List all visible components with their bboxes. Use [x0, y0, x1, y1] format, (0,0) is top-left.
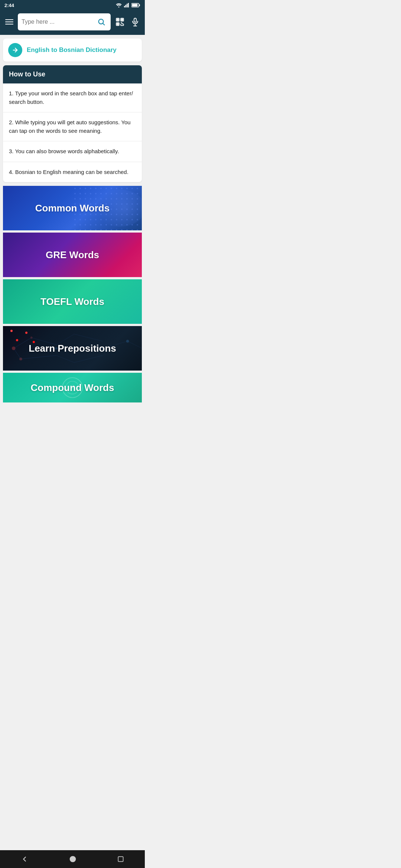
- common-words-label: Common Words: [35, 203, 110, 214]
- microphone-button[interactable]: [129, 16, 141, 28]
- signal-icon: [124, 3, 129, 7]
- svg-rect-13: [121, 19, 123, 20]
- svg-line-29: [14, 348, 21, 359]
- learn-prepositions-label: Learn Prepositions: [29, 343, 116, 354]
- top-bar-actions: [114, 16, 141, 28]
- how-to-use-item-3: 3. You can also browse words alphabetica…: [3, 141, 142, 162]
- svg-rect-6: [132, 4, 138, 7]
- dictionary-title: English to Bosnian Dictionary: [27, 46, 117, 54]
- svg-rect-0: [124, 6, 125, 7]
- time-display: 2:44: [4, 3, 14, 8]
- how-to-use-item-1: 1. Type your word in the search box and …: [3, 83, 142, 112]
- learn-prepositions-banner[interactable]: Learn Prepositions: [3, 326, 142, 371]
- arrow-right-icon: [12, 47, 19, 53]
- search-button[interactable]: [96, 18, 107, 26]
- compound-words-label: Compound Words: [31, 382, 114, 394]
- status-time: 2:44: [4, 3, 14, 8]
- toefl-words-label: TOEFL Words: [40, 296, 104, 308]
- dictionary-header[interactable]: English to Bosnian Dictionary: [3, 39, 142, 62]
- arrow-circle: [8, 43, 22, 57]
- main-content: English to Bosnian Dictionary How to Use…: [0, 35, 145, 406]
- how-to-use-item-4: 4. Bosnian to English meaning can be sea…: [3, 162, 142, 183]
- svg-line-41: [128, 341, 142, 348]
- svg-line-35: [74, 355, 103, 362]
- compound-words-banner[interactable]: Compound Words: [3, 373, 142, 402]
- menu-button[interactable]: [4, 18, 15, 26]
- top-bar: [0, 10, 145, 35]
- how-to-use-body: 1. Type your word in the search box and …: [3, 83, 142, 182]
- svg-line-34: [74, 334, 103, 341]
- how-to-use-card: How to Use 1. Type your word in the sear…: [3, 65, 142, 182]
- search-box: [18, 13, 111, 30]
- search-input[interactable]: [22, 19, 96, 25]
- svg-line-31: [21, 355, 56, 359]
- svg-rect-5: [139, 4, 140, 6]
- svg-line-8: [103, 23, 104, 25]
- status-bar: 2:44: [0, 0, 145, 10]
- microphone-icon: [131, 17, 140, 26]
- wifi-icon: [116, 3, 122, 7]
- toefl-words-banner[interactable]: TOEFL Words: [3, 279, 142, 324]
- svg-rect-1: [125, 5, 127, 7]
- svg-line-33: [56, 355, 74, 362]
- svg-rect-2: [127, 4, 128, 7]
- qr-scan-button[interactable]: [114, 16, 126, 28]
- common-words-banner[interactable]: Common Words: [3, 186, 142, 230]
- svg-rect-14: [117, 23, 118, 24]
- gre-words-label: GRE Words: [46, 249, 99, 261]
- svg-rect-12: [117, 19, 118, 20]
- status-icons: [116, 3, 140, 7]
- how-to-use-header: How to Use: [3, 65, 142, 83]
- how-to-use-item-2: 2. While typing you will get auto sugges…: [3, 112, 142, 141]
- how-to-use-title: How to Use: [9, 70, 136, 78]
- svg-rect-21: [134, 18, 136, 22]
- battery-icon: [131, 3, 140, 7]
- svg-rect-3: [128, 3, 129, 7]
- svg-point-26: [30, 336, 33, 339]
- gre-words-banner[interactable]: GRE Words: [3, 233, 142, 277]
- search-icon: [97, 18, 105, 26]
- qr-icon: [115, 17, 125, 27]
